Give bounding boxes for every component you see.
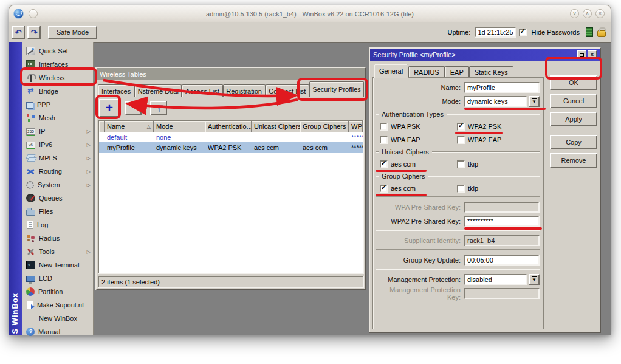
dialog-close-button[interactable]: × bbox=[588, 50, 597, 59]
tab-eap[interactable]: EAP bbox=[445, 66, 469, 78]
close-x-icon: × bbox=[599, 11, 602, 16]
security-profiles-toolbar: + − bbox=[97, 97, 365, 120]
column-header-group-ciphers[interactable]: Group Ciphers bbox=[300, 121, 349, 132]
lcd-monitor-icon bbox=[26, 276, 35, 282]
sidebar-item-bridge[interactable]: Bridge bbox=[22, 84, 93, 98]
undo-button[interactable]: ↶ bbox=[12, 26, 25, 39]
unicast-aes-ccm-checkbox[interactable] bbox=[380, 160, 388, 168]
dialog-maximize-button[interactable] bbox=[577, 50, 586, 59]
remove-button[interactable]: Remove bbox=[550, 153, 597, 168]
table-row-default[interactable]: default none ****** bbox=[99, 132, 363, 142]
group-ciphers-group-header: Group Ciphers bbox=[376, 172, 540, 180]
tab-static-keys[interactable]: Static Keys bbox=[469, 66, 513, 78]
sidebar-item-mesh[interactable]: Mesh bbox=[22, 111, 93, 125]
management-protection-select[interactable]: disabled bbox=[464, 274, 527, 285]
tab-radius[interactable]: RADIUS bbox=[408, 66, 445, 78]
management-protection-key-input bbox=[464, 288, 540, 299]
group-aes-ccm-checkbox[interactable] bbox=[380, 185, 388, 193]
sidebar-item-ppp[interactable]: PPP bbox=[22, 98, 93, 111]
tab-access-list[interactable]: Access List bbox=[182, 84, 222, 97]
redo-button[interactable]: ↷ bbox=[27, 26, 41, 39]
group-tkip-option[interactable]: tkip bbox=[453, 183, 530, 194]
apply-button[interactable]: Apply bbox=[550, 112, 597, 126]
sidebar-item-radius[interactable]: Radius bbox=[22, 232, 93, 245]
tab-registration[interactable]: Registration bbox=[223, 84, 266, 97]
wpa2-psk-input[interactable]: ********** bbox=[464, 216, 540, 227]
column-header-wpa-psk[interactable]: WPA Pr bbox=[349, 121, 363, 132]
sidebar-item-new-terminal[interactable]: New Terminal bbox=[22, 258, 93, 272]
wireless-tables-titlebar[interactable]: Wireless Tables bbox=[97, 68, 365, 80]
name-label: Name: bbox=[376, 84, 464, 91]
group-key-update-input[interactable]: 00:05:00 bbox=[464, 255, 540, 266]
tab-general[interactable]: General bbox=[374, 64, 408, 78]
maximize-button[interactable]: ∧ bbox=[583, 9, 592, 18]
sidebar-item-ipv6[interactable]: v6IPv6▷ bbox=[22, 138, 93, 151]
group-tkip-checkbox[interactable] bbox=[457, 185, 465, 193]
table-row-myprofile[interactable]: myProfile dynamic keys WPA2 PSK aes ccm … bbox=[99, 142, 363, 153]
group-aes-ccm-option[interactable]: aes ccm bbox=[376, 183, 453, 194]
mode-field-row: Mode: dynamic keys ▼ bbox=[376, 96, 540, 107]
wpa-psk-checkbox[interactable] bbox=[380, 123, 388, 131]
mode-select[interactable]: dynamic keys bbox=[464, 96, 527, 107]
name-input[interactable]: myProfile bbox=[464, 82, 540, 93]
ok-button[interactable]: OK bbox=[550, 75, 597, 90]
wpa2-eap-checkbox[interactable] bbox=[457, 136, 465, 144]
add-profile-button[interactable]: + bbox=[99, 99, 120, 117]
tab-connect-list[interactable]: Connect List bbox=[266, 84, 309, 97]
general-tab-panel: Name: myProfile Mode: dynamic keys ▼ Aut… bbox=[372, 77, 544, 329]
copy-button[interactable]: Copy bbox=[550, 135, 597, 149]
unicast-aes-ccm-option[interactable]: aes ccm bbox=[376, 159, 453, 170]
name-field-row: Name: myProfile bbox=[376, 82, 540, 93]
sidebar-item-system[interactable]: System▷ bbox=[22, 178, 93, 191]
column-header-mode[interactable]: Mode bbox=[154, 121, 205, 132]
supout-document-icon bbox=[27, 301, 33, 309]
sidebar-item-ip[interactable]: 255IP▷ bbox=[22, 125, 93, 138]
minimize-button[interactable]: ∨ bbox=[570, 9, 579, 18]
wpa2-psk-option[interactable]: WPA2 PSK bbox=[453, 121, 530, 132]
column-header-name[interactable]: Name△ bbox=[105, 121, 154, 132]
separator bbox=[376, 196, 540, 197]
group-key-update-label: Group Key Update: bbox=[376, 256, 464, 264]
separator bbox=[376, 269, 540, 270]
sidebar-item-new-winbox[interactable]: New WinBox bbox=[22, 312, 93, 325]
close-button[interactable]: × bbox=[595, 9, 605, 18]
unicast-tkip-checkbox[interactable] bbox=[457, 160, 465, 168]
sidebar-item-queues[interactable]: Queues bbox=[22, 191, 93, 205]
sidebar-item-quick-set[interactable]: Quick Set bbox=[22, 44, 93, 58]
sidebar-item-make-supout[interactable]: Make Supout.rif bbox=[22, 298, 93, 312]
remove-profile-button[interactable]: − bbox=[125, 101, 142, 115]
wpa-psk-option[interactable]: WPA PSK bbox=[376, 121, 453, 132]
window-titlebar[interactable]: admin@10.5.130.5 (rack1_b4) - WinBox v6.… bbox=[9, 5, 611, 22]
wpa-eap-option[interactable]: WPA EAP bbox=[376, 134, 453, 145]
tab-interfaces[interactable]: Interfaces bbox=[98, 84, 134, 97]
wpa-eap-checkbox[interactable] bbox=[380, 136, 388, 144]
column-header-authentication[interactable]: Authenticatio... bbox=[205, 121, 252, 132]
sidebar-item-lcd[interactable]: LCD bbox=[22, 272, 93, 285]
sidebar-item-partition[interactable]: Partition bbox=[22, 285, 93, 298]
unicast-tkip-option[interactable]: tkip bbox=[453, 159, 530, 170]
dialog-titlebar[interactable]: Security Profile <myProfile> × bbox=[370, 49, 600, 61]
column-header-unicast-ciphers[interactable]: Unicast Ciphers bbox=[252, 121, 300, 132]
sidebar-item-interfaces[interactable]: Interfaces bbox=[22, 58, 93, 71]
tab-security-profiles[interactable]: Security Profiles bbox=[309, 81, 364, 97]
sidebar-item-files[interactable]: Files bbox=[22, 205, 93, 218]
hide-passwords-checkbox[interactable] bbox=[519, 29, 527, 36]
redo-arrow-icon: ↷ bbox=[31, 28, 38, 37]
sidebar-item-manual[interactable]: Manual bbox=[22, 325, 93, 338]
safe-mode-button[interactable]: Safe Mode bbox=[48, 26, 97, 39]
sidebar-item-mpls[interactable]: MPLS▷ bbox=[22, 151, 93, 165]
sidebar-item-wireless[interactable]: Wireless bbox=[22, 71, 93, 84]
cancel-button[interactable]: Cancel bbox=[550, 94, 597, 108]
wpa2-eap-option[interactable]: WPA2 EAP bbox=[453, 134, 530, 145]
wpa2-psk-checkbox[interactable] bbox=[457, 123, 465, 131]
tab-nstreme-dual[interactable]: Nstreme Dual bbox=[134, 84, 182, 97]
mode-dropdown-button[interactable]: ▼ bbox=[529, 96, 540, 107]
management-protection-dropdown-button[interactable]: ▼ bbox=[529, 274, 540, 285]
window-menu-button[interactable] bbox=[29, 9, 38, 18]
sidebar-item-log[interactable]: Log bbox=[22, 218, 93, 232]
filter-button[interactable] bbox=[150, 101, 167, 115]
quick-set-icon bbox=[26, 47, 35, 55]
security-profiles-table: Name△ Mode Authenticatio... Unicast Ciph… bbox=[98, 120, 364, 274]
sidebar-item-routing[interactable]: Routing▷ bbox=[22, 165, 93, 178]
sidebar-item-tools[interactable]: Tools▷ bbox=[22, 245, 93, 258]
